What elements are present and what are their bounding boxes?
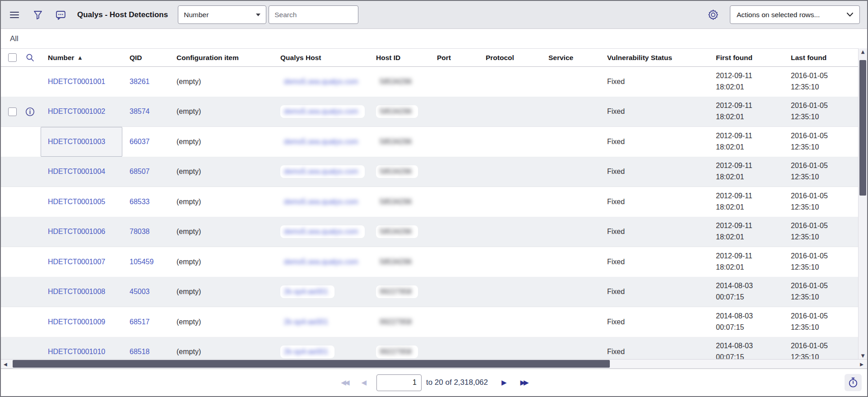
select-all-checkbox[interactable] bbox=[8, 53, 17, 62]
page-number-input[interactable] bbox=[376, 374, 422, 391]
row-checkbox[interactable] bbox=[8, 107, 17, 116]
filter-funnel-icon[interactable] bbox=[32, 9, 43, 20]
search-field-selector[interactable]: Number bbox=[178, 5, 266, 24]
redacted-host-id: 58534296 bbox=[376, 75, 418, 88]
page-title: Qualys - Host Detections bbox=[77, 10, 168, 19]
redacted-qualys-host[interactable]: demo5.sea.qualys.com bbox=[280, 105, 365, 118]
vertical-scrollbar[interactable]: ▲ ▼ bbox=[858, 48, 867, 359]
table: Number ▲ QID Configuration item Qualys H… bbox=[1, 48, 858, 359]
scroll-up-icon[interactable]: ▲ bbox=[859, 49, 867, 54]
column-header-protocol[interactable]: Protocol bbox=[478, 54, 541, 62]
qid-link[interactable]: 38261 bbox=[130, 78, 150, 86]
vertical-scrollbar-thumb[interactable] bbox=[859, 60, 866, 196]
qid-cell: 68518 bbox=[122, 337, 169, 360]
column-header-number[interactable]: Number ▲ bbox=[41, 54, 122, 62]
service-cell bbox=[541, 97, 600, 127]
qid-link[interactable]: 68518 bbox=[130, 348, 150, 356]
table-row[interactable]: HDETCT0001009 68517 (empty) 2k-sp4-ae001… bbox=[1, 307, 858, 337]
table-row[interactable]: HDETCT0001010 68518 (empty) 2k-sp4-ae001… bbox=[1, 337, 858, 360]
column-header-qid[interactable]: QID bbox=[122, 54, 169, 62]
qid-link[interactable]: 68517 bbox=[130, 318, 150, 326]
qid-link[interactable]: 68533 bbox=[130, 198, 150, 206]
chat-bubble-icon[interactable] bbox=[55, 9, 66, 20]
scroll-down-icon[interactable]: ▼ bbox=[859, 353, 867, 358]
column-header-host-id[interactable]: Host ID bbox=[369, 54, 430, 62]
row-info-cell bbox=[19, 157, 41, 187]
record-link[interactable]: HDETCT0001005 bbox=[48, 198, 105, 206]
configuration-item-cell: (empty) bbox=[169, 277, 273, 307]
search-icon[interactable] bbox=[26, 53, 34, 62]
protocol-cell bbox=[478, 157, 541, 187]
table-row[interactable]: HDETCT0001008 45003 (empty) 2k-sp4-ae001… bbox=[1, 277, 858, 308]
response-time-button[interactable] bbox=[845, 374, 862, 391]
pagination-footer: ◀◀ ◀ to 20 of 2,318,062 ▶ ▶▶ bbox=[1, 369, 867, 396]
host-id-cell: 58534296 bbox=[369, 67, 430, 97]
row-info-cell bbox=[19, 307, 41, 337]
qualys-host-cell: demo5.sea.qualys.com bbox=[273, 127, 369, 157]
column-header-first-found[interactable]: First found bbox=[709, 54, 784, 62]
qid-link[interactable]: 45003 bbox=[130, 288, 150, 296]
table-row[interactable]: HDETCT0001007 105459 (empty) demo5.sea.q… bbox=[1, 247, 858, 277]
qid-link[interactable]: 38574 bbox=[130, 107, 150, 116]
info-icon[interactable] bbox=[25, 107, 35, 117]
record-link[interactable]: HDETCT0001002 bbox=[48, 107, 105, 116]
column-header-qualys-host[interactable]: Qualys Host bbox=[273, 54, 369, 62]
record-link[interactable]: HDETCT0001010 bbox=[48, 348, 105, 356]
record-link[interactable]: HDETCT0001001 bbox=[48, 78, 105, 86]
scroll-right-icon[interactable]: ▶ bbox=[860, 361, 863, 366]
redacted-qualys-host[interactable]: demo5.sea.qualys.com bbox=[280, 165, 365, 178]
search-input[interactable] bbox=[269, 5, 358, 24]
table-row[interactable]: HDETCT0001002 38574 (empty) demo5.sea.qu… bbox=[1, 97, 858, 127]
column-header-vulnerability-status[interactable]: Vulnerability Status bbox=[600, 54, 709, 62]
vulnerability-status-cell: Fixed bbox=[600, 217, 709, 247]
horizontal-scrollbar-thumb[interactable] bbox=[13, 360, 610, 368]
last-page-button[interactable]: ▶▶ bbox=[520, 378, 527, 387]
table-row[interactable]: HDETCT0001001 38261 (empty) demo5.sea.qu… bbox=[1, 67, 858, 97]
first-page-button[interactable]: ◀◀ bbox=[341, 378, 348, 387]
host-id-cell: 99227958 bbox=[369, 337, 430, 360]
last-found-cell: 2016-01-0512:35:10 bbox=[784, 217, 858, 247]
host-id-cell: 99227958 bbox=[369, 307, 430, 337]
qid-link[interactable]: 78038 bbox=[130, 228, 150, 236]
redacted-qualys-host[interactable]: demo5.sea.qualys.com bbox=[280, 225, 365, 238]
qid-cell: 38261 bbox=[122, 67, 169, 97]
column-header-last-found[interactable]: Last found bbox=[784, 54, 858, 62]
record-link[interactable]: HDETCT0001003 bbox=[48, 138, 105, 146]
redacted-qualys-host[interactable]: demo5.sea.qualys.com bbox=[280, 256, 365, 268]
redacted-qualys-host[interactable]: demo5.sea.qualys.com bbox=[280, 196, 365, 208]
horizontal-scrollbar[interactable]: ◀ ▶ bbox=[1, 359, 867, 369]
table-row[interactable]: HDETCT0001006 78038 (empty) demo5.sea.qu… bbox=[1, 217, 858, 248]
vulnerability-status-cell: Fixed bbox=[600, 277, 709, 307]
qid-link[interactable]: 105459 bbox=[130, 258, 153, 266]
redacted-qualys-host[interactable]: 2k-sp4-ae001 bbox=[280, 346, 334, 358]
redacted-qualys-host[interactable]: 2k-sp4-ae001 bbox=[280, 316, 334, 328]
table-row[interactable]: HDETCT0001004 68507 (empty) demo5.sea.qu… bbox=[1, 157, 858, 187]
qid-link[interactable]: 66037 bbox=[130, 138, 150, 146]
redacted-qualys-host[interactable]: demo5.sea.qualys.com bbox=[280, 75, 365, 88]
redacted-qualys-host[interactable]: demo5.sea.qualys.com bbox=[280, 135, 365, 148]
record-link[interactable]: HDETCT0001006 bbox=[48, 228, 105, 236]
record-link[interactable]: HDETCT0001008 bbox=[48, 288, 105, 296]
actions-dropdown[interactable]: Actions on selected rows... bbox=[730, 5, 860, 24]
hamburger-menu-icon[interactable] bbox=[9, 9, 20, 20]
table-row[interactable]: HDETCT0001003 66037 (empty) demo5.sea.qu… bbox=[1, 127, 858, 157]
column-header-configuration-item[interactable]: Configuration item bbox=[169, 54, 273, 62]
record-link[interactable]: HDETCT0001009 bbox=[48, 318, 105, 326]
protocol-cell bbox=[478, 277, 541, 307]
first-found-cell: 2014-08-0300:07:15 bbox=[709, 307, 784, 337]
next-page-button[interactable]: ▶ bbox=[501, 378, 505, 387]
previous-page-button[interactable]: ◀ bbox=[361, 378, 365, 387]
qualys-host-cell: demo5.sea.qualys.com bbox=[273, 217, 369, 247]
record-link[interactable]: HDETCT0001007 bbox=[48, 258, 105, 266]
table-header-row: Number ▲ QID Configuration item Qualys H… bbox=[1, 48, 858, 67]
record-link[interactable]: HDETCT0001004 bbox=[48, 168, 105, 176]
column-header-port[interactable]: Port bbox=[430, 54, 478, 62]
qid-link[interactable]: 68507 bbox=[130, 168, 150, 176]
gear-icon[interactable] bbox=[707, 9, 719, 21]
scroll-left-icon[interactable]: ◀ bbox=[4, 361, 7, 366]
table-row[interactable]: HDETCT0001005 68533 (empty) demo5.sea.qu… bbox=[1, 187, 858, 217]
first-found-cell: 2012-09-1118:02:01 bbox=[709, 127, 784, 157]
breadcrumb[interactable]: All bbox=[10, 34, 19, 43]
redacted-qualys-host[interactable]: 2k-sp4-ae001 bbox=[280, 285, 334, 298]
column-header-service[interactable]: Service bbox=[541, 54, 600, 62]
